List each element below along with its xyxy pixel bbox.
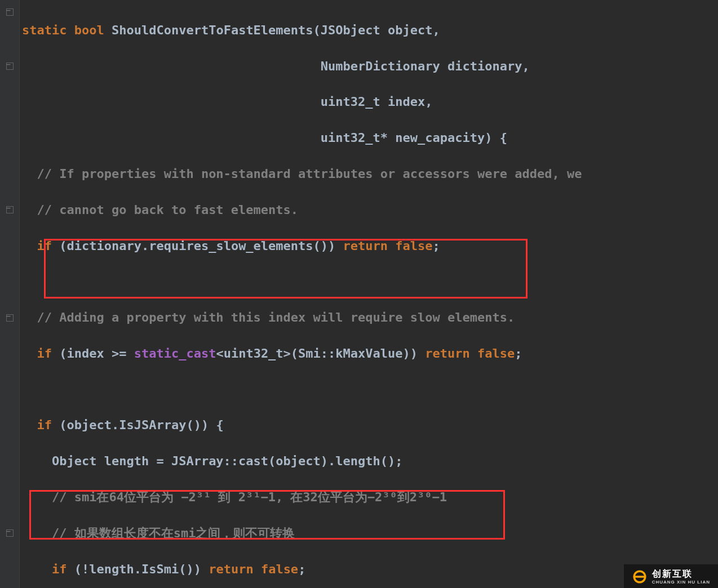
code-line: if (object.IsJSArray()) { <box>22 416 582 434</box>
editor-gutter <box>0 0 20 588</box>
watermark-logo-icon <box>632 569 648 585</box>
fold-icon[interactable] <box>6 314 14 322</box>
code-line: // cannot go back to fast elements. <box>22 201 582 219</box>
fold-icon[interactable] <box>6 529 14 537</box>
code-line: uint32_t* new_capacity) { <box>22 129 582 147</box>
fold-icon[interactable] <box>6 8 14 16</box>
code-line: Object length = JSArray::cast(object).le… <box>22 452 582 470</box>
code-line: // If properties with non-standard attri… <box>22 165 582 183</box>
fold-icon[interactable] <box>6 206 14 213</box>
watermark-text-zh: 创新互联 <box>652 569 710 578</box>
fold-icon[interactable] <box>6 63 14 70</box>
code-line: if (dictionary.requires_slow_elements())… <box>22 237 582 255</box>
watermark: 创新互联 CHUANG XIN HU LIAN <box>624 564 718 588</box>
code-line <box>22 381 582 399</box>
code-line: // 如果数组长度不在smi之间，则不可转换 <box>22 524 582 542</box>
code-line: if (index >= static_cast<uint32_t>(Smi::… <box>22 345 582 363</box>
code-line: // Adding a property with this index wil… <box>22 309 582 327</box>
code-line <box>22 273 582 291</box>
code-line: NumberDictionary dictionary, <box>22 57 582 75</box>
code-line: uint32_t index, <box>22 93 582 111</box>
watermark-text-en: CHUANG XIN HU LIAN <box>652 580 710 585</box>
code-line: static bool ShouldConvertToFastElements(… <box>22 21 582 39</box>
code-editor[interactable]: static bool ShouldConvertToFastElements(… <box>0 0 718 588</box>
code-line: if (!length.IsSmi()) return false; <box>22 560 582 578</box>
code-line: // smi在64位平台为 −2³¹ 到 2³¹−1, 在32位平台为−2³⁰到… <box>22 488 582 506</box>
code-area[interactable]: static bool ShouldConvertToFastElements(… <box>20 0 582 588</box>
